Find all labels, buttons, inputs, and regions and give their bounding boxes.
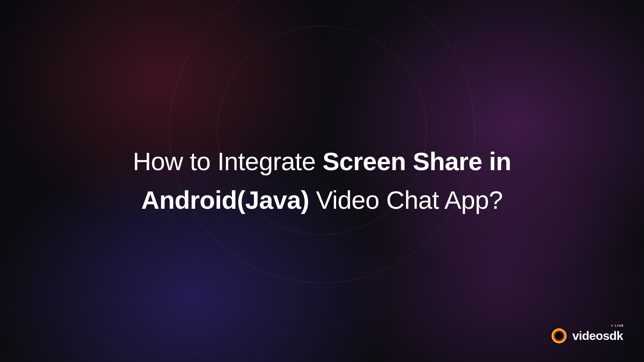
live-dot-icon (611, 325, 613, 327)
title-seg-0: How to Integrate (133, 147, 322, 175)
live-badge-text: LIVE (615, 324, 624, 327)
videosdk-logo-icon (551, 327, 568, 344)
svg-point-1 (555, 332, 563, 339)
brand-logo: videosdk LIVE (551, 327, 623, 344)
brand-name: videosdk (572, 329, 623, 343)
hero-content: How to Integrate Screen Share in Android… (0, 0, 644, 362)
live-badge: LIVE (611, 324, 624, 327)
title-seg-2: Video Chat App? (309, 186, 503, 214)
hero-title: How to Integrate Screen Share in Android… (64, 142, 580, 220)
